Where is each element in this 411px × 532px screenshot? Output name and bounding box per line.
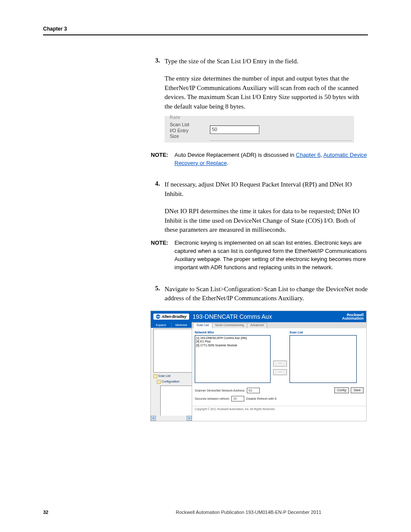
step-number: 3. — [155, 57, 165, 66]
note-text: Auto Device Replacement (ADR) is discuss… — [174, 151, 368, 168]
allen-bradley-logo: ABAllen-Bradley — [153, 314, 189, 320]
save-button[interactable]: Save — [351, 387, 364, 393]
page-footer: 32 Rockwell Automation Publication 193-U… — [43, 510, 368, 515]
scanner-address-input[interactable]: 63 — [247, 388, 260, 393]
step-number: 5. — [155, 285, 165, 304]
scan-list-screenshot: ABAllen-Bradley 193-DNENCATR Comms Aux R… — [151, 311, 366, 421]
note-label: NOTE: — [151, 239, 174, 271]
nav-minimize-button[interactable]: Minimize — [171, 322, 192, 328]
step-number: 4. — [155, 180, 165, 199]
refresh-note: Disable Refresh with 0. — [246, 397, 277, 400]
step-text: Navigate to Scan List>Configuration>Scan… — [165, 285, 368, 304]
note-electronic-keying: NOTE: Electronic keying is implemented o… — [151, 239, 368, 271]
window-title: 193-DNENCATR Comms Aux — [193, 313, 342, 320]
note-adr: NOTE: Auto Device Replacement (ADR) is d… — [151, 151, 368, 168]
scroll-right-icon[interactable]: > — [187, 416, 192, 421]
nav-configuration[interactable]: Configuration — [151, 379, 192, 385]
rate-label: Rate — [170, 115, 181, 120]
network-who-title: Network Who — [195, 331, 271, 334]
list-item[interactable]: [1] 193-DNENCATR Comms Aux (Me) — [196, 336, 269, 340]
chapter-header: Chapter 3 — [43, 26, 368, 35]
add-to-scanlist-button[interactable]: >> — [273, 361, 287, 367]
tab-node-commissioning[interactable]: Node Commissioning — [212, 323, 248, 328]
rockwell-automation-logo: RockwellAutomation — [342, 313, 364, 320]
nav-home[interactable]: Home — [151, 328, 192, 373]
scan-list-size-input[interactable]: 50 — [210, 125, 259, 134]
step-4: 4. If necessary, adjust DNet IO Request … — [155, 180, 368, 199]
nav-tree: Expand Minimize Home Scan List Configura… — [151, 322, 192, 421]
step-3-paragraph: The entry size determines the number of … — [165, 74, 368, 112]
page-number: 32 — [43, 510, 129, 515]
note-dot: . — [227, 160, 228, 166]
note-text: Electronic keying is implemented on all … — [174, 239, 368, 271]
scan-list-box[interactable] — [290, 335, 357, 383]
nav-scan-list[interactable]: Scan List — [151, 373, 192, 379]
step-5: 5. Navigate to Scan List>Configuration>S… — [155, 285, 368, 304]
publication-id: Rockwell Automation Publication 193-UM01… — [129, 510, 368, 515]
step-text: Type the size of the Scan List I/O Entry… — [165, 57, 299, 66]
note-text-prefix: Auto Device Replacement (ADR) is discuss… — [174, 152, 296, 158]
scroll-left-icon[interactable]: < — [151, 416, 156, 421]
nav-scrollbar[interactable]: < > — [151, 416, 192, 421]
list-item[interactable]: [4] E1 Plus — [196, 340, 269, 343]
scan-list-size-label: Scan ListI/O EntrySize — [170, 122, 189, 140]
config-button[interactable]: Config — [334, 387, 349, 393]
tab-advanced[interactable]: Advanced — [247, 323, 267, 328]
step-3: 3. Type the size of the Scan List I/O En… — [155, 57, 368, 66]
network-who-list[interactable]: [1] 193-DNENCATR Comms Aux (Me) [4] E1 P… — [195, 335, 271, 383]
nav-expand-button[interactable]: Expand — [151, 322, 171, 328]
refresh-label: Seconds between refresh: — [195, 397, 230, 400]
scanner-address-label: Scanner DeviceNet Network Address: — [195, 389, 245, 392]
refresh-input[interactable]: 15 — [231, 396, 244, 401]
tab-scan-list[interactable]: Scan List — [193, 323, 212, 328]
window-titlebar: ABAllen-Bradley 193-DNENCATR Comms Aux R… — [151, 311, 366, 322]
screenshot-copyright: Copyright © 2011 Rockwell Automation, In… — [192, 406, 366, 411]
scan-list-title: Scan List — [290, 331, 357, 334]
step-text: If necessary, adjust DNet IO Request Pac… — [165, 180, 368, 199]
list-item[interactable]: [0] 1771-SDN Scanner Module — [196, 344, 269, 347]
scan-list-entry-figure: Rate Scan ListI/O EntrySize 50 — [165, 116, 354, 143]
note-label: NOTE: — [151, 151, 174, 168]
tab-bar: Scan List Node Commissioning Advanced — [192, 322, 366, 328]
remove-from-scanlist-button[interactable]: << — [273, 369, 287, 375]
step-4-paragraph: DNet IO RPI determines the time it takes… — [165, 207, 368, 235]
link-chapter-6[interactable]: Chapter 6 — [296, 152, 321, 158]
